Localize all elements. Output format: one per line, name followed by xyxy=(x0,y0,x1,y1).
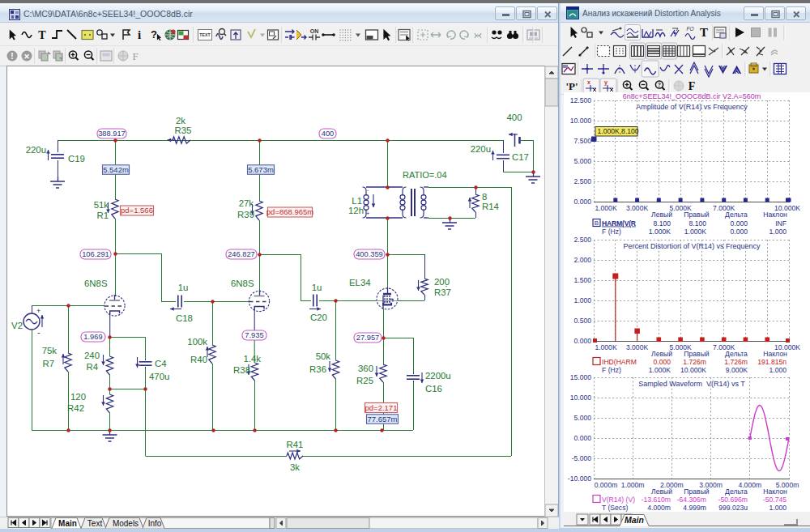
svg-text:1.000: 1.000 xyxy=(769,504,787,512)
svg-text:R40: R40 xyxy=(190,355,207,364)
svg-text:B: B xyxy=(595,219,599,227)
svg-text:8.100: 8.100 xyxy=(688,219,706,228)
svg-text:200: 200 xyxy=(434,277,450,287)
svg-text:7.500: 7.500 xyxy=(573,137,591,145)
svg-text:360: 360 xyxy=(358,364,373,373)
svg-text:R35: R35 xyxy=(175,126,192,135)
svg-text:0.000: 0.000 xyxy=(730,219,748,228)
svg-text:240: 240 xyxy=(84,351,100,360)
svg-text:1u: 1u xyxy=(178,283,189,292)
svg-text:y: y xyxy=(604,79,608,86)
svg-text:Дельта: Дельта xyxy=(725,211,748,219)
svg-text:Наклон: Наклон xyxy=(763,211,787,219)
svg-text:77.657m: 77.657m xyxy=(368,415,398,423)
svg-text:pd=868.965m: pd=868.965m xyxy=(266,207,313,216)
svg-text:L1: L1 xyxy=(352,196,362,206)
svg-text:0.000: 0.000 xyxy=(573,337,591,345)
svg-text:0.000: 0.000 xyxy=(573,198,591,206)
svg-text:4.000m: 4.000m xyxy=(647,504,671,512)
svg-text:1.000K: 1.000K xyxy=(649,228,671,236)
svg-text:4.999m: 4.999m xyxy=(683,504,706,512)
svg-text:F: F xyxy=(688,80,696,92)
svg-text:F (Hz): F (Hz) xyxy=(602,366,621,374)
svg-text:1.4k: 1.4k xyxy=(243,354,261,364)
svg-text:+: + xyxy=(36,307,40,315)
svg-text:1.000m: 1.000m xyxy=(621,481,645,489)
svg-text:V2: V2 xyxy=(11,321,23,330)
svg-text:Левый: Левый xyxy=(651,211,672,219)
svg-text:+: + xyxy=(366,210,370,217)
svg-text:Правый: Правый xyxy=(684,350,709,358)
svg-text:7.935: 7.935 xyxy=(245,331,263,339)
svg-text:Main: Main xyxy=(625,515,644,525)
svg-text:5.000: 5.000 xyxy=(573,157,591,165)
svg-text:Sampled Waveform V(R14) vs T: Sampled Waveform V(R14) vs T xyxy=(638,380,745,388)
svg-text:470u: 470u xyxy=(149,372,169,381)
svg-text:6N8S: 6N8S xyxy=(84,279,108,288)
svg-text:12h: 12h xyxy=(348,206,364,215)
svg-text:Правый: Правый xyxy=(684,211,709,219)
svg-text:i: i xyxy=(138,28,141,41)
svg-text:191.815n: 191.815n xyxy=(757,358,787,366)
svg-text:F: F xyxy=(132,50,138,62)
svg-text:-50.745: -50.745 xyxy=(763,496,787,504)
svg-text:1.969: 1.969 xyxy=(83,333,102,341)
svg-text:Дельта: Дельта xyxy=(725,350,748,358)
svg-text:1.000: 1.000 xyxy=(573,296,591,304)
svg-text:R4: R4 xyxy=(86,362,98,372)
svg-text:R1: R1 xyxy=(96,211,109,220)
svg-text:999.023u: 999.023u xyxy=(718,504,748,512)
svg-text:1.726m: 1.726m xyxy=(683,358,706,366)
svg-text:ON: ON xyxy=(310,28,319,34)
svg-text:Amplitude of V(R14) vs Frequen: Amplitude of V(R14) vs Frequency xyxy=(636,103,748,111)
svg-text:x: x xyxy=(587,79,590,85)
svg-text:T (Secs): T (Secs) xyxy=(602,504,628,512)
svg-text:3.000K: 3.000K xyxy=(626,204,649,212)
svg-text:3k: 3k xyxy=(290,462,300,472)
svg-text:-13.610m: -13.610m xyxy=(642,496,671,504)
svg-text:1.000K: 1.000K xyxy=(649,366,671,374)
svg-text:1.000K: 1.000K xyxy=(595,343,617,351)
svg-text:27.957: 27.957 xyxy=(356,334,379,342)
svg-text:1.000K,8.100: 1.000K,8.100 xyxy=(598,127,639,135)
svg-text:2k: 2k xyxy=(176,116,185,126)
svg-text:2200u: 2200u xyxy=(425,371,451,381)
svg-text:pd=1.566: pd=1.566 xyxy=(121,206,153,215)
svg-text:EL34: EL34 xyxy=(349,278,371,287)
svg-text:106.291: 106.291 xyxy=(82,250,109,258)
svg-text:0.500: 0.500 xyxy=(573,317,591,325)
svg-text:51k: 51k xyxy=(94,200,109,210)
svg-text:V(R14) (V): V(R14) (V) xyxy=(602,496,635,504)
svg-text:388.917: 388.917 xyxy=(98,130,126,138)
svg-text:?: ? xyxy=(658,82,661,87)
svg-text:C20: C20 xyxy=(310,313,327,322)
svg-text:C4: C4 xyxy=(155,359,167,368)
svg-text:T: T xyxy=(38,29,46,41)
svg-text:R36: R36 xyxy=(309,364,326,374)
svg-text:FO: FO xyxy=(686,26,693,32)
svg-text:IHD(HARM: IHD(HARM xyxy=(602,358,637,366)
svg-text:27k: 27k xyxy=(239,198,254,208)
svg-text:5.673m: 5.673m xyxy=(248,165,274,174)
svg-text:✕: ✕ xyxy=(23,53,30,61)
svg-text:100k: 100k xyxy=(187,337,207,347)
svg-text:5.542m: 5.542m xyxy=(103,165,129,174)
svg-text:Info: Info xyxy=(148,519,162,528)
svg-text:RATIO=.04: RATIO=.04 xyxy=(403,170,447,180)
svg-text:0.000m: 0.000m xyxy=(595,481,618,489)
svg-text:·: · xyxy=(367,186,369,194)
svg-text:R14: R14 xyxy=(482,202,499,211)
svg-text:-5.000: -5.000 xyxy=(572,454,592,462)
svg-text:C18: C18 xyxy=(176,313,193,323)
svg-text:2.000: 2.000 xyxy=(573,256,591,264)
svg-text:INF: INF xyxy=(775,219,787,228)
svg-text:9.000K: 9.000K xyxy=(726,366,748,374)
svg-text:R38: R38 xyxy=(233,365,250,375)
svg-text:5.000: 5.000 xyxy=(573,414,591,422)
svg-text:-64.306m: -64.306m xyxy=(677,496,706,504)
svg-text:-10.000: -10.000 xyxy=(568,475,591,483)
svg-text:400: 400 xyxy=(322,130,335,138)
svg-text:Percent Distortion of V(R14) v: Percent Distortion of V(R14) vs Frequenc… xyxy=(623,242,761,250)
svg-text:R39: R39 xyxy=(237,210,254,219)
svg-text:R25: R25 xyxy=(356,376,373,385)
